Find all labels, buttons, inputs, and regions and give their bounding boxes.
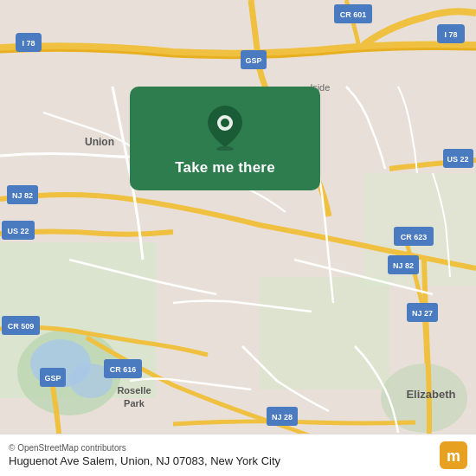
svg-text:CR 616: CR 616 — [110, 365, 137, 374]
svg-text:US 22: US 22 — [447, 155, 468, 164]
svg-text:I 78: I 78 — [444, 30, 457, 39]
svg-rect-2 — [260, 277, 389, 389]
svg-text:NJ 28: NJ 28 — [272, 413, 293, 421]
osm-credit: © OpenStreetMap contributors — [9, 443, 280, 453]
bottom-bar: © OpenStreetMap contributors Huguenot Av… — [0, 434, 476, 476]
svg-text:GSP: GSP — [44, 374, 61, 383]
location-card: Take me there — [130, 87, 320, 190]
address-label: Huguenot Ave Salem, Union, NJ 07083, New… — [9, 454, 280, 467]
svg-text:CR 509: CR 509 — [8, 322, 35, 331]
map-container: I 78 I 78 NJ 82 US 22 US 22 GSP CR 601 C… — [0, 0, 476, 476]
svg-text:Union: Union — [85, 136, 114, 148]
svg-text:m: m — [447, 447, 460, 465]
svg-text:GSP: GSP — [245, 56, 261, 65]
svg-text:Elizabeth: Elizabeth — [406, 388, 455, 401]
moovit-logo-icon: m — [440, 441, 467, 469]
moovit-logo: m — [440, 441, 467, 469]
svg-text:Roselle: Roselle — [117, 385, 151, 396]
svg-text:NJ 27: NJ 27 — [412, 309, 433, 318]
svg-text:Park: Park — [124, 398, 145, 408]
map-background: I 78 I 78 NJ 82 US 22 US 22 GSP CR 601 C… — [0, 0, 476, 476]
address-section: © OpenStreetMap contributors Huguenot Av… — [9, 443, 280, 467]
svg-text:NJ 82: NJ 82 — [393, 261, 414, 270]
svg-text:NJ 82: NJ 82 — [12, 191, 33, 200]
svg-text:CR 623: CR 623 — [401, 233, 428, 241]
take-me-there-button[interactable]: Take me there — [175, 159, 275, 177]
location-pin-icon — [206, 104, 244, 151]
svg-text:US 22: US 22 — [7, 227, 29, 235]
svg-point-43 — [221, 119, 229, 127]
svg-text:CR 601: CR 601 — [340, 10, 367, 19]
svg-text:I 78: I 78 — [22, 39, 35, 48]
